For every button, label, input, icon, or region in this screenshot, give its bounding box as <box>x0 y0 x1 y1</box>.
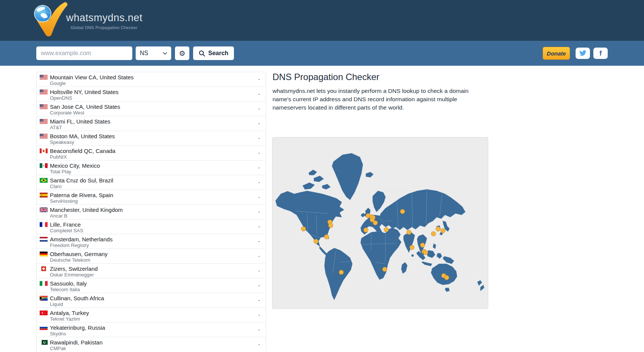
dns-server-marker <box>382 267 387 272</box>
site-header: whatsmydns.net Global DNS Propagation Ch… <box>0 0 644 41</box>
search-icon <box>199 50 205 57</box>
search-button-label: Search <box>208 50 228 57</box>
dns-server-row[interactable]: Paterna de Rivera, Spain ServiHosting - <box>37 190 266 205</box>
dns-server-row[interactable]: Mountain View CA, United States Google - <box>37 72 266 87</box>
server-location: Amsterdam, Netherlands <box>50 236 113 242</box>
dns-server-row[interactable]: Antalya, Turkey Teknet Yazlim - <box>37 308 266 323</box>
server-provider: Telecom Italia <box>50 287 87 292</box>
record-type-value: NS <box>140 50 148 57</box>
server-location: Sassuolo, Italy <box>50 280 87 287</box>
server-result: - <box>258 236 260 247</box>
country-flag-icon <box>40 148 48 153</box>
country-flag-icon <box>40 340 48 345</box>
server-location: Paterna de Rivera, Spain <box>50 192 113 198</box>
search-button[interactable]: Search <box>193 46 234 60</box>
options-button[interactable]: ⚙ <box>175 46 189 60</box>
country-flag-icon <box>40 252 48 256</box>
server-provider: PubNIX <box>50 154 115 160</box>
donate-button[interactable]: Donate <box>543 47 570 60</box>
dns-server-marker <box>328 223 333 228</box>
dns-server-row[interactable]: Miami FL, United States AT&T - <box>37 116 266 131</box>
server-result: - <box>258 148 260 158</box>
server-location: Boston MA, United States <box>50 133 115 139</box>
server-provider: Deutsche Telekom <box>50 257 108 263</box>
country-flag-icon <box>40 325 48 330</box>
server-result: - <box>258 74 260 85</box>
dns-server-marker <box>324 234 329 239</box>
server-result: - <box>258 324 260 335</box>
twitter-share-button[interactable] <box>576 48 590 59</box>
server-result: - <box>258 280 260 291</box>
logo-title: whatsmydns.net <box>66 13 142 23</box>
country-flag-icon <box>40 266 48 271</box>
twitter-icon <box>579 50 587 56</box>
facebook-icon: f <box>599 50 602 57</box>
server-provider: Ancar B <box>50 213 123 219</box>
country-flag-icon <box>40 163 48 168</box>
dns-server-marker <box>409 245 414 250</box>
dns-server-row[interactable]: Oberhausen, Germany Deutsche Telekom - <box>37 249 266 264</box>
page-description: whatsmydns.net lets you instantly perfor… <box>272 87 485 112</box>
country-flag-icon <box>40 75 48 80</box>
site-logo[interactable]: whatsmydns.net Global DNS Propagation Ch… <box>31 2 142 39</box>
dns-server-row[interactable]: Beaconsfield QC, Canada PubNIX - <box>37 146 266 161</box>
page-title: DNS Propagation Checker <box>272 72 490 82</box>
record-type-select[interactable]: NS <box>136 46 171 60</box>
dns-server-row[interactable]: Rawalpindi, Pakistan CMPak - <box>37 337 266 352</box>
country-flag-icon <box>40 222 48 227</box>
server-provider: ServiHosting <box>50 198 113 204</box>
server-provider: Total Play <box>50 169 100 174</box>
intro-section: DNS Propagation Checker whatsmydns.net l… <box>272 66 490 112</box>
dns-server-row[interactable]: Santa Cruz do Sul, Brazil Claro - <box>37 175 266 190</box>
dns-server-marker <box>444 275 449 280</box>
gear-icon: ⚙ <box>179 49 185 58</box>
dns-server-marker <box>435 226 440 231</box>
server-provider: Freedom Registry <box>50 242 113 248</box>
server-result: - <box>258 192 260 202</box>
facebook-share-button[interactable]: f <box>593 48 608 59</box>
server-provider: Liquid <box>50 301 104 307</box>
dns-server-row[interactable]: Cullinan, South Africa Liquid - <box>37 293 266 308</box>
domain-search-input[interactable] <box>36 46 132 60</box>
server-provider: CMPak <box>50 346 102 351</box>
server-result: - <box>258 221 260 232</box>
server-location: Holtsville NY, United States <box>50 89 118 95</box>
dns-server-marker <box>313 239 318 244</box>
dns-server-row[interactable]: Zizers, Switzerland Oskar Emmenegger - <box>37 264 266 278</box>
server-provider: Speakeasy <box>50 139 115 145</box>
country-flag-icon <box>40 134 48 139</box>
dns-server-row[interactable]: Lille, France Completel SAS - <box>37 219 266 234</box>
server-location: Mountain View CA, United States <box>50 74 134 80</box>
dns-server-marker <box>420 242 425 247</box>
server-provider: OpenDNS <box>50 95 118 101</box>
world-map-continents <box>272 137 488 309</box>
dns-server-row[interactable]: Manchester, United Kingdom Ancar B - <box>37 205 266 219</box>
server-result: - <box>258 89 260 99</box>
country-flag-icon <box>40 296 48 301</box>
server-provider: Completel SAS <box>50 228 83 233</box>
server-result: - <box>258 339 260 350</box>
dns-server-row[interactable]: Yekaterinburg, Russia Skydns - <box>37 323 266 337</box>
server-location: Manchester, United Kingdom <box>50 207 123 213</box>
server-provider: Corporate West <box>50 110 120 116</box>
dns-server-row[interactable]: Holtsville NY, United States OpenDNS - <box>37 87 266 102</box>
dns-server-row[interactable]: Amsterdam, Netherlands Freedom Registry … <box>37 234 266 249</box>
dns-server-marker <box>384 227 389 232</box>
server-result: - <box>258 251 260 261</box>
dns-server-row[interactable]: Mexico City, Mexico Total Play - <box>37 161 266 175</box>
dns-server-row[interactable]: Sassuolo, Italy Telecom Italia - <box>37 278 266 293</box>
server-location: Rawalpindi, Pakistan <box>50 339 102 346</box>
dns-server-row[interactable]: San Jose CA, United States Corporate Wes… <box>37 102 266 116</box>
country-flag-icon <box>40 119 48 124</box>
server-location: Oberhausen, Germany <box>50 251 108 257</box>
country-flag-icon <box>40 193 48 198</box>
server-result: - <box>258 295 260 306</box>
server-location: Zizers, Switzerland <box>50 266 98 272</box>
dns-server-row[interactable]: Boston MA, United States Speakeasy - <box>37 131 266 146</box>
dns-server-marker <box>373 221 378 225</box>
server-provider: Skydns <box>50 331 105 337</box>
dns-server-marker <box>339 270 344 275</box>
country-flag-icon <box>40 237 48 242</box>
logo-subtitle: Global DNS Propagation Checker <box>66 25 142 30</box>
dns-server-marker <box>441 228 446 233</box>
